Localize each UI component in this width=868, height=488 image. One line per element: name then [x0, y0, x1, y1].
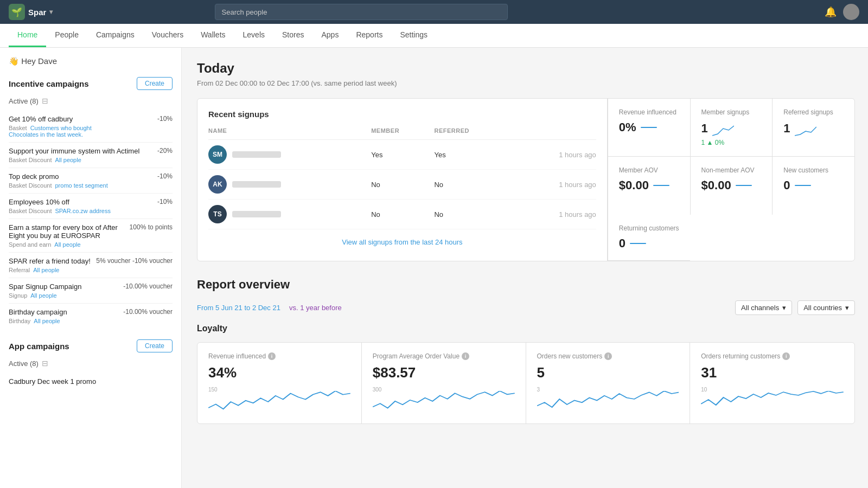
date-range-link[interactable]: From 5 Jun 21 to 2 Dec 21 [197, 304, 280, 312]
campaign-segment-link[interactable]: All people [55, 157, 81, 163]
campaign-discount: -10% [157, 115, 173, 123]
campaign-segment-link[interactable]: Customers who bought [30, 125, 92, 131]
loyalty-card: Orders returning customers i 31 10 [690, 343, 854, 423]
table-row: SM Yes Yes 1 hours ago [208, 140, 596, 170]
stat-line-icon [641, 127, 657, 128]
loyalty-value: 34% [208, 364, 350, 381]
table-row: TS No No 1 hours ago [208, 200, 596, 229]
campaign-meta: Referral All people [9, 267, 91, 273]
loyalty-card: Revenue influenced i 34% 150 [197, 343, 362, 423]
chart-svg [373, 391, 515, 413]
campaign-segment-link[interactable]: All people [30, 292, 56, 299]
campaign-discount: -20% [157, 147, 173, 155]
info-icon[interactable]: i [462, 352, 469, 360]
search-bar[interactable]: Search people [215, 4, 508, 20]
list-item: Support your immune system with Actimel … [9, 143, 173, 168]
signups-title: Recent signups [208, 110, 596, 119]
loyalty-card-label: Orders returning customers i [701, 352, 844, 360]
loyalty-title: Loyalty [197, 324, 855, 333]
campaign-name: SPAR refer a friend today! [9, 257, 91, 265]
app-create-button[interactable]: Create [137, 339, 173, 352]
list-item: SPAR refer a friend today! Referral All … [9, 253, 173, 278]
col-referred: REFERRED [434, 127, 513, 140]
info-icon[interactable]: i [782, 352, 790, 360]
main-layout: 👋 Hey Dave Incentive campaigns Create Ac… [0, 48, 868, 488]
list-item: Spar Signup Campaign Signup All people -… [9, 278, 173, 304]
stat-line-aov [653, 185, 669, 186]
app-collapse-icon[interactable]: ⊟ [42, 359, 48, 368]
nav-apps[interactable]: Apps [312, 24, 347, 47]
stat-revenue-influenced: Revenue influenced 0% [608, 99, 690, 157]
campaign-segment-link[interactable]: All people [34, 318, 60, 324]
campaign-meta: Basket Discount SPAR.co.zw address [9, 208, 111, 214]
nav-home[interactable]: Home [9, 24, 46, 47]
campaign-discount: -10.00% voucher [123, 282, 173, 290]
brand-chevron-icon: ▾ [49, 8, 53, 16]
top-nav-right: 🔔 [825, 4, 859, 20]
notification-icon[interactable]: 🔔 [825, 6, 837, 18]
campaign-segment-link[interactable]: promo test segment [55, 182, 107, 189]
campaign-name: Earn a stamp for every box of After Eigh… [9, 223, 125, 240]
nav-vouchers[interactable]: Vouchers [143, 24, 192, 47]
user-avatar: SM [208, 145, 227, 164]
campaign-meta: Signup All people [9, 292, 81, 299]
member-sparkline [712, 120, 734, 137]
nav-settings[interactable]: Settings [391, 24, 436, 47]
signups-table: NAME MEMBER REFERRED SM Yes Yes 1 hours … [208, 127, 596, 229]
chart-svg [537, 391, 679, 413]
nav-levels[interactable]: Levels [234, 24, 273, 47]
brand-logo[interactable]: 🌱 Spar ▾ [9, 4, 53, 20]
incentive-campaign-list: Get 10% off cadbury Basket Customers who… [9, 111, 173, 329]
info-icon[interactable]: i [604, 352, 612, 360]
campaign-name: Birthday campaign [9, 308, 67, 316]
incentive-create-button[interactable]: Create [137, 77, 173, 90]
channels-dropdown[interactable]: All channels ▾ [735, 300, 792, 315]
sidebar: 👋 Hey Dave Incentive campaigns Create Ac… [0, 48, 182, 488]
nav-people[interactable]: People [46, 24, 87, 47]
stat-member-signups: Member signups 1 1 ▲ 0% [690, 99, 773, 157]
app-campaigns-title: App campaigns [9, 342, 69, 351]
info-icon[interactable]: i [268, 352, 276, 360]
list-item: Get 10% off cadbury Basket Customers who… [9, 111, 173, 143]
campaign-discount: -10% [157, 198, 173, 206]
loyalty-chart: 150 [208, 387, 350, 414]
campaign-name: Support your immune system with Actimel [9, 147, 139, 155]
comparison-link[interactable]: vs. 1 year before [289, 304, 342, 312]
countries-chevron-icon: ▾ [845, 304, 849, 312]
incentive-collapse-icon[interactable]: ⊟ [42, 97, 48, 105]
loyalty-value: 5 [537, 364, 679, 381]
app-campaign-name: Cadbury Dec week 1 promo [9, 377, 173, 386]
avatar[interactable] [843, 4, 859, 20]
loyalty-card: Program Average Order Value i $83.57 300 [362, 343, 526, 423]
stat-nonmember-aov: Non-member AOV $0.00 [690, 157, 773, 215]
campaign-segment-link[interactable]: All people [54, 241, 80, 248]
report-section: Report overview [197, 278, 290, 292]
nav-stores[interactable]: Stores [273, 24, 312, 47]
campaign-segment-link[interactable]: All people [33, 267, 59, 273]
view-all-signups-link[interactable]: View all signups from the last 24 hours [208, 238, 596, 246]
channels-chevron-icon: ▾ [782, 304, 786, 312]
loyalty-chart: 300 [373, 387, 515, 414]
loyalty-chart: 10 [701, 387, 844, 414]
today-section: Recent signups NAME MEMBER REFERRED SM [197, 98, 855, 261]
name-blur [232, 151, 281, 158]
chart-svg [701, 391, 844, 413]
nav-wallets[interactable]: Wallets [192, 24, 234, 47]
campaign-meta: Spend and earn All people [9, 241, 125, 248]
countries-dropdown[interactable]: All countries ▾ [797, 300, 855, 315]
user-avatar: AK [208, 175, 227, 194]
nav-reports[interactable]: Reports [347, 24, 391, 47]
logo-icon: 🌱 [9, 4, 25, 20]
campaign-segment-link[interactable]: SPAR.co.zw address [55, 208, 111, 214]
report-filter-dropdowns: All channels ▾ All countries ▾ [735, 300, 855, 315]
campaign-detail-link[interactable]: Chocolates in the last week. [9, 131, 83, 138]
list-item: Top deck promo Basket Discount promo tes… [9, 168, 173, 194]
campaign-discount: -10.00% voucher [123, 308, 173, 316]
nav-campaigns[interactable]: Campaigns [87, 24, 143, 47]
campaign-name: Get 10% off cadbury [9, 115, 92, 123]
list-item: Earn a stamp for every box of After Eigh… [9, 219, 173, 253]
incentive-title: Incentive campaigns [9, 79, 89, 88]
stat-returning-customers: Returning customers 0 [608, 215, 690, 261]
signups-panel: Recent signups NAME MEMBER REFERRED SM [197, 99, 608, 261]
list-item: Employees 10% off Basket Discount SPAR.c… [9, 194, 173, 219]
